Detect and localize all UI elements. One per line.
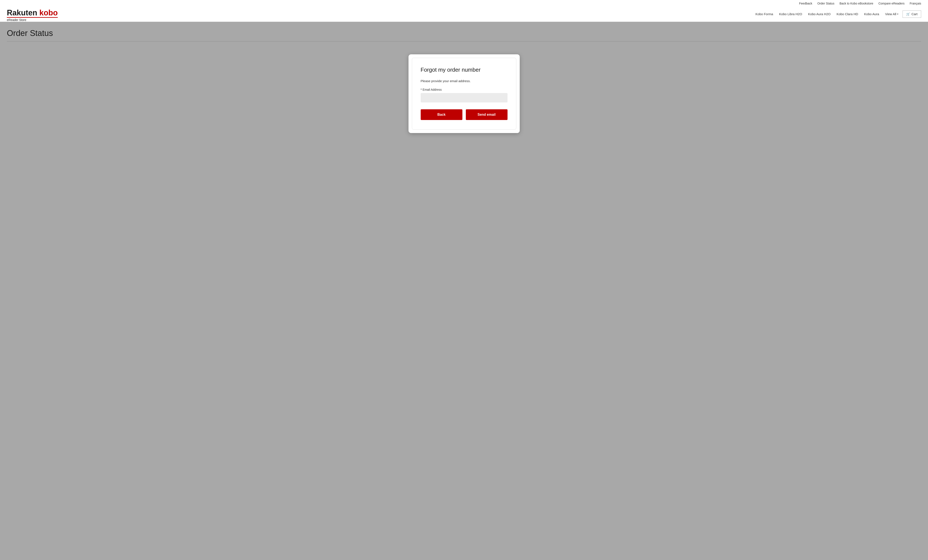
chevron-down-icon: ▾: [897, 13, 898, 15]
cart-label: Cart: [911, 12, 917, 16]
cart-button[interactable]: 🛒 Cart: [902, 11, 921, 18]
logo-subtitle: eReader Store: [7, 18, 58, 21]
logo-text: Rakuten kobo: [7, 9, 58, 17]
logo-underline: [7, 17, 58, 18]
back-button[interactable]: Back: [421, 109, 462, 120]
cart-icon: 🛒: [906, 12, 910, 16]
page-content: Order Status Forgot my order number Plea…: [0, 22, 928, 554]
email-input[interactable]: [421, 93, 508, 102]
order-status-link[interactable]: Order Status: [817, 2, 834, 5]
modal-wrapper: Forgot my order number Please provide yo…: [7, 50, 921, 133]
nav-kobo-forma[interactable]: Kobo Forma: [756, 12, 773, 16]
email-label: * Email Address: [421, 88, 508, 92]
send-email-button[interactable]: Send email: [466, 109, 508, 120]
view-all-button[interactable]: View All ▾: [885, 12, 898, 16]
nav-kobo-libra[interactable]: Kobo Libra H2O: [779, 12, 802, 16]
nav-kobo-aura[interactable]: Kobo Aura: [864, 12, 879, 16]
modal-inner: Forgot my order number Please provide yo…: [412, 58, 516, 130]
email-form-group: * Email Address: [421, 88, 508, 102]
view-all-label: View All: [885, 12, 896, 16]
main-header: Rakuten kobo eReader Store Kobo Forma Ko…: [0, 7, 928, 21]
back-to-kobo-link[interactable]: Back to Kobo eBookstore: [839, 2, 873, 5]
feedback-link[interactable]: Feedback: [799, 2, 812, 5]
rakuten-text: Rakuten kobo: [7, 8, 58, 17]
francais-link[interactable]: Français: [910, 2, 921, 5]
nav-kobo-clara[interactable]: Kobo Clara HD: [836, 12, 858, 16]
nav-kobo-aura-h2o[interactable]: Kobo Aura H2O: [808, 12, 830, 16]
compare-ereaders-link[interactable]: Compare eReaders: [878, 2, 905, 5]
modal-title: Forgot my order number: [421, 67, 508, 73]
modal-buttons: Back Send email: [421, 109, 508, 120]
page-title-bar: Order Status: [7, 29, 921, 41]
page-title: Order Status: [7, 29, 921, 38]
nav-right: Kobo Forma Kobo Libra H2O Kobo Aura H2O …: [756, 11, 921, 20]
top-bar: Feedback Order Status Back to Kobo eBook…: [0, 0, 928, 7]
nav-menu: Kobo Forma Kobo Libra H2O Kobo Aura H2O …: [756, 12, 898, 18]
modal-outer: Forgot my order number Please provide yo…: [409, 54, 520, 133]
modal-description: Please provide your email address.: [421, 79, 508, 83]
logo[interactable]: Rakuten kobo eReader Store: [7, 9, 58, 21]
